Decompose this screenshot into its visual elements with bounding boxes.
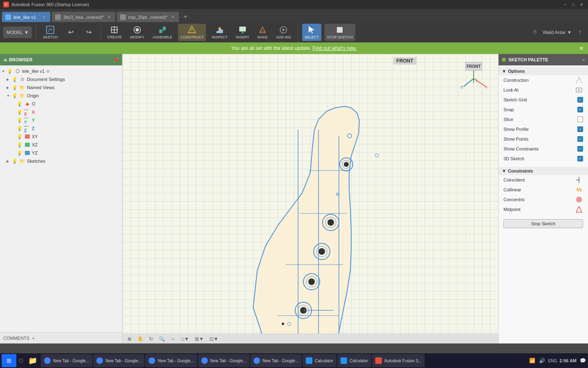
construct-button[interactable]: CONSTRUCT	[178, 24, 206, 41]
notifications-icon[interactable]: 💬	[579, 357, 586, 364]
show-points-checkbox[interactable]	[577, 136, 583, 142]
add-comment-button[interactable]: +	[32, 336, 34, 341]
model-mode-button[interactable]: MODEL ▼	[3, 27, 32, 38]
tab-close-tele[interactable]: ✕	[41, 14, 47, 20]
sidebar-collapse-icon[interactable]: ◀	[3, 58, 7, 62]
notification-link[interactable]: Find out what's new.	[312, 45, 356, 51]
coincident-icon[interactable]	[575, 176, 583, 184]
select-button[interactable]: SELECT	[302, 24, 321, 41]
taskbar-fusion[interactable]: Autodesk Fusion 3...	[372, 354, 425, 367]
fit-button[interactable]: ⊕	[126, 335, 133, 343]
undo-button[interactable]: ↩	[64, 24, 78, 41]
chrome-icon-2	[96, 357, 103, 364]
look-at-icon-button[interactable]	[575, 86, 583, 94]
constraints-section-header[interactable]: ▼ Constraints	[499, 167, 588, 175]
zoom-menu-button[interactable]: ↔	[169, 335, 177, 343]
tree-item-z-axis[interactable]: 💡 —Z Z	[0, 124, 122, 132]
taskbar-chrome-2[interactable]: New Tab - Google...	[93, 354, 145, 367]
tree-item-xy-plane[interactable]: 💡 XY	[0, 132, 122, 141]
view-settings-button[interactable]: ⊡▼	[208, 335, 220, 343]
create-button[interactable]: CREATE	[105, 24, 125, 41]
tree-item-yz-plane[interactable]: 💡 YZ	[0, 149, 122, 157]
assemble-button[interactable]: ASSEMBLE	[150, 24, 175, 41]
comments-label: COMMENTS	[3, 336, 29, 341]
history-button[interactable]: ⏱	[530, 27, 539, 37]
stop-sketch-palette-button[interactable]: Stop Sketch	[503, 219, 583, 228]
network-icon[interactable]: 📶	[529, 357, 536, 364]
start-button[interactable]: ⊞	[2, 354, 16, 367]
show-constraints-checkbox[interactable]	[577, 146, 583, 152]
tab-close-esp[interactable]: ✕	[170, 14, 176, 20]
tree-item-xz-plane[interactable]: 💡 XZ	[0, 141, 122, 149]
midpoint-icon[interactable]	[575, 205, 583, 213]
taskview-button[interactable]: ⬡	[17, 357, 24, 364]
look-at-label: Look At	[503, 88, 519, 92]
show-profile-checkbox[interactable]	[577, 126, 583, 132]
coincident-row: Coincident	[499, 175, 588, 185]
help-button[interactable]: ?	[575, 27, 585, 37]
x-axis-label: X	[32, 110, 35, 114]
user-menu-button[interactable]: Walid Antar ▼	[543, 30, 572, 35]
new-tab-button[interactable]: +	[180, 11, 191, 22]
expand-arrow-views: ▶	[7, 86, 11, 90]
addins-button[interactable]: ADD-INS	[274, 24, 294, 41]
volume-icon[interactable]: 🔊	[539, 357, 546, 364]
taskbar-chrome-3[interactable]: New Tab - Google...	[145, 354, 197, 367]
origin-point-label: O	[32, 101, 36, 106]
canvas-area[interactable]: FRONT FRONT Y X Z ⊕ ✋ ↻ 🔍	[122, 54, 498, 343]
palette-expand-button[interactable]: »	[582, 57, 585, 62]
tree-item-root[interactable]: ▼ 💡 ⬡ tele_like v1 ⚙	[0, 67, 122, 75]
construction-icon-button[interactable]	[575, 76, 583, 84]
addins-icon	[279, 25, 288, 34]
stop-sketch-toolbar-button[interactable]: STOP SKETCH	[325, 24, 355, 41]
tree-item-y-axis[interactable]: 💡 —Y Y	[0, 116, 122, 124]
collinear-icon[interactable]	[575, 186, 583, 194]
pan-button[interactable]: ✋	[136, 335, 145, 343]
taskbar-chrome-5[interactable]: New Tab - Google...	[250, 354, 302, 367]
sidebar-pin-button[interactable]: 📌	[113, 57, 119, 63]
expand-arrow-doc: ▶	[7, 78, 11, 81]
redo-button[interactable]: ↪	[82, 24, 96, 41]
svg-point-62	[579, 199, 579, 200]
3d-sketch-checkbox[interactable]	[577, 156, 583, 162]
insert-button[interactable]: INSERT	[233, 24, 252, 41]
tab-3by3[interactable]: 3by3_hea...overed)* ✕	[51, 11, 116, 22]
tab-icon	[5, 14, 11, 20]
tree-item-named-views[interactable]: ▶ 💡 📁 Named Views	[0, 83, 122, 92]
make-button[interactable]: MAKE	[255, 24, 270, 41]
tree-item-origin[interactable]: ▼ 💡 📁 Origin	[0, 92, 122, 100]
slice-checkbox[interactable]	[577, 117, 583, 122]
maximize-button[interactable]: □	[570, 2, 577, 7]
display-settings-button[interactable]: □▼	[180, 335, 191, 343]
taskbar-chrome-4[interactable]: New Tab - Google...	[198, 354, 249, 367]
taskbar-calc-1[interactable]: Calculator	[303, 354, 336, 367]
sketch-grid-checkbox[interactable]	[577, 97, 583, 103]
root-label: tele_like v1	[22, 69, 45, 74]
slice-label: Slice	[503, 117, 513, 122]
tree-item-x-axis[interactable]: 💡 —X X	[0, 108, 122, 116]
snap-checkbox[interactable]	[577, 107, 583, 112]
tab-icon-2	[55, 14, 61, 20]
orbit-button[interactable]: ↻	[147, 335, 155, 343]
modify-button[interactable]: MODIFY	[127, 24, 147, 41]
taskbar-time: 2:56 AM	[559, 358, 577, 363]
close-button[interactable]: ✕	[578, 2, 585, 7]
inspect-button[interactable]: INSPECT	[209, 24, 230, 41]
concentric-icon[interactable]	[575, 195, 583, 204]
grid-settings-button[interactable]: ⊞▼	[193, 335, 205, 343]
options-section-header[interactable]: ▼ Options	[499, 67, 588, 75]
taskbar-calc-2[interactable]: Calculator	[337, 354, 371, 367]
taskbar-chrome-1[interactable]: New Tab - Google...	[41, 354, 92, 367]
taskbar-calc-label-2: Calculator	[350, 359, 368, 363]
tab-close-3by3[interactable]: ✕	[106, 14, 112, 20]
tree-item-doc-settings[interactable]: ▶ 💡 ⚙ Document Settings	[0, 75, 122, 83]
tab-esp[interactable]: esp_26pt...overed)* ✕	[116, 11, 179, 22]
tree-item-sketches[interactable]: ▶ 💡 📁 Sketches	[0, 157, 122, 165]
zoom-fit-button[interactable]: 🔍	[157, 335, 167, 343]
notification-close-button[interactable]: ✕	[579, 45, 584, 52]
tree-item-origin-point[interactable]: 💡 ◆ O	[0, 100, 122, 108]
sketch-button[interactable]: SKETCH	[40, 24, 60, 41]
file-explorer-button[interactable]: 📁	[25, 354, 40, 367]
tab-tele-like-v1[interactable]: tele_like v1 ✕	[2, 11, 51, 22]
minimize-button[interactable]: ─	[562, 2, 568, 7]
